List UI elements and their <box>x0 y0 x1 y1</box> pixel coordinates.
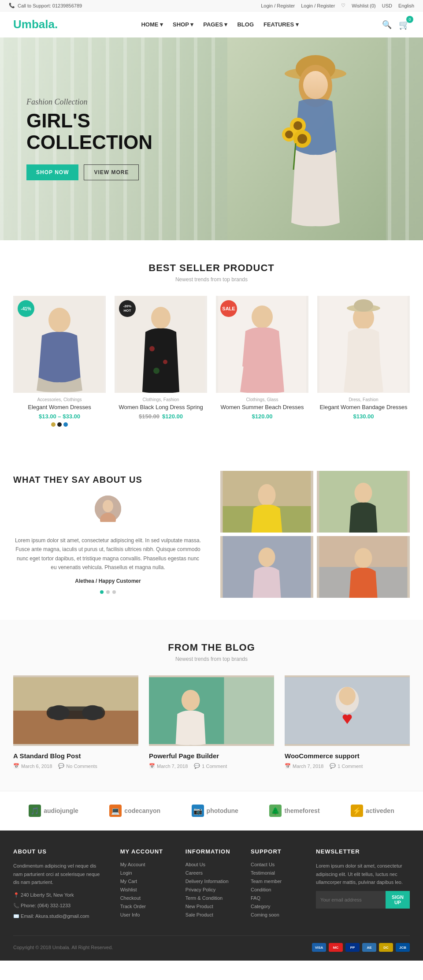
footer-link-category[interactable]: Category <box>251 904 303 909</box>
svg-point-8 <box>285 130 293 138</box>
footer-link-my-account[interactable]: My Account <box>120 862 172 867</box>
footer-link-track-order[interactable]: Track Order <box>120 904 172 909</box>
codecanyon-icon: 💻 <box>109 805 122 817</box>
footer-link-about-us[interactable]: About Us <box>186 862 237 867</box>
dot-inactive[interactable] <box>106 590 110 594</box>
best-seller-section: BEST SELLER PRODUCT Newest trends from t… <box>0 240 423 449</box>
wishlist-text[interactable]: Wishlist (0) <box>352 3 375 8</box>
partner-activeden[interactable]: ⚡ activeden <box>351 805 394 817</box>
currency-selector[interactable]: USD <box>382 3 392 8</box>
logo-text: Umbala <box>13 18 55 31</box>
view-more-button[interactable]: VIEW MORE <box>84 164 139 180</box>
product-name: Elegant Women Dresses <box>13 404 106 410</box>
language-selector[interactable]: English <box>398 3 414 8</box>
login-text[interactable]: Login / Register <box>301 3 335 8</box>
partners-section: 🎵 audiojungle 💻 codecanyon 📷 photodune 🌲… <box>0 791 423 831</box>
svg-point-13 <box>48 308 70 332</box>
footer-link-my-cart[interactable]: My Cart <box>120 879 172 884</box>
footer-link-coming-soon[interactable]: Coming soon <box>251 912 303 917</box>
blog-image <box>149 675 274 746</box>
color-swatch[interactable] <box>57 422 62 427</box>
newsletter-email-input[interactable] <box>316 891 386 909</box>
footer-link-user-info[interactable]: User Info <box>120 912 172 917</box>
nav-home[interactable]: HOME ▾ <box>141 21 163 28</box>
product-image: SALE <box>216 296 308 393</box>
nav-blog[interactable]: BLOG <box>237 21 254 28</box>
nav-shop[interactable]: SHOP ▾ <box>173 21 193 28</box>
product-colors <box>13 422 106 427</box>
partner-themeforest[interactable]: 🌲 themeforest <box>269 805 319 817</box>
logo-dot: . <box>55 18 58 31</box>
footer-bottom: Copyright © 2018 Umbala. All Right Reser… <box>13 935 410 952</box>
svg-point-18 <box>153 368 160 374</box>
cart-button[interactable]: 🛒 0 <box>399 19 410 30</box>
svg-point-34 <box>259 548 275 567</box>
partner-audiojungle[interactable]: 🎵 audiojungle <box>29 805 78 817</box>
product-svg <box>317 296 410 393</box>
blog-date: 📅 March 7, 2018 <box>149 763 188 769</box>
blog-title: Powerful Page Builder <box>149 752 274 760</box>
footer-link-new-product[interactable]: New Product <box>186 904 237 909</box>
footer-link-wishlist[interactable]: Wishlist <box>120 887 172 892</box>
svg-point-26 <box>103 500 113 512</box>
footer-link-condition[interactable]: Condition <box>251 887 303 892</box>
footer-link-team[interactable]: Team member <box>251 879 303 884</box>
product-price: $150.00$120.00 <box>115 413 207 420</box>
testimonial-avatar <box>95 496 121 522</box>
top-bar-right: Login / Register Login / Register ♡ Wish… <box>261 3 414 8</box>
blog-subtitle: Newest trends from top brands <box>13 656 410 662</box>
product-card: -20%HOT Clothings, Fashion Women Black L… <box>115 296 207 427</box>
color-swatch[interactable] <box>63 422 68 427</box>
testimonial-image <box>220 536 313 598</box>
footer: ABOUT US Condimentum adipiscing vel nequ… <box>0 831 423 961</box>
login-link[interactable]: Login / Register <box>261 3 295 8</box>
blog-card: A Standard Blog Post 📅 March 6, 2018 💬 N… <box>13 675 138 769</box>
testimonial-avatar-row <box>13 496 203 529</box>
svg-point-32 <box>355 483 372 503</box>
svg-point-24 <box>354 299 373 312</box>
hero-subtitle: Fashion Collection <box>26 97 185 107</box>
footer-link-delivery[interactable]: Delivery Information <box>186 879 237 884</box>
testimonial-author: Alethea / Happy Customer <box>13 578 203 584</box>
testimonial-left: WHAT THEY SAY ABOUT US Lorem ipsum dolor… <box>13 475 203 594</box>
color-swatch[interactable] <box>51 422 56 427</box>
nav-features[interactable]: FEATURES ▾ <box>263 21 299 28</box>
payment-pp: PP <box>345 943 360 952</box>
shop-now-button[interactable]: SHOP NOW <box>26 164 78 180</box>
wishlist-icon: ♡ <box>341 3 345 8</box>
best-seller-subtitle: Newest trends from top brands <box>13 276 410 283</box>
hero-title: GIRL'S COLLECTION <box>26 110 185 153</box>
footer-link-login[interactable]: Login <box>120 870 172 876</box>
footer-link-checkout[interactable]: Checkout <box>120 895 172 901</box>
footer-my-account: MY ACCOUNT My Account Login My Cart Wish… <box>120 848 172 922</box>
footer-link-testimonial[interactable]: Testimonial <box>251 870 303 876</box>
payment-jcb: JCB <box>396 943 410 952</box>
main-nav: HOME ▾ SHOP ▾ PAGES ▾ BLOG FEATURES ▾ <box>141 21 298 28</box>
product-name: Women Summer Beach Dresses <box>216 404 308 410</box>
footer-link-term[interactable]: Term & Condition <box>186 895 237 901</box>
newsletter-signup-button[interactable]: SIGN UP <box>386 891 410 909</box>
payment-mc: MC <box>329 943 343 952</box>
blog-card: Powerful Page Builder 📅 March 7, 2018 💬 … <box>149 675 274 769</box>
partner-name: codecanyon <box>124 807 160 814</box>
product-card: SALE Clothings, Glass Women Summer Beach… <box>216 296 308 427</box>
footer-link-careers[interactable]: Careers <box>186 870 237 876</box>
blog-meta: 📅 March 6, 2018 💬 No Comments <box>13 763 138 769</box>
footer-link-sale-product[interactable]: Sale Product <box>186 912 237 917</box>
comment-icon: 💬 <box>58 763 64 769</box>
svg-point-16 <box>149 346 155 351</box>
nav-pages[interactable]: PAGES ▾ <box>203 21 227 28</box>
partner-codecanyon[interactable]: 💻 codecanyon <box>109 805 160 817</box>
blog-image <box>13 675 138 746</box>
search-icon[interactable]: 🔍 <box>382 20 392 30</box>
dot-inactive[interactable] <box>112 590 116 594</box>
product-price: $130.00 <box>317 413 410 420</box>
testimonial-title: WHAT THEY SAY ABOUT US <box>13 475 203 485</box>
partner-photodune[interactable]: 📷 photodune <box>192 805 238 817</box>
dot-active[interactable] <box>100 590 104 594</box>
footer-link-contact[interactable]: Contact Us <box>251 862 303 867</box>
footer-link-privacy[interactable]: Privacy Policy <box>186 887 237 892</box>
best-seller-title: BEST SELLER PRODUCT <box>13 262 410 274</box>
footer-link-faq[interactable]: FAQ <box>251 895 303 901</box>
footer-email-line: ✉️ Email: Akura.studio@gmail.com <box>13 912 107 921</box>
